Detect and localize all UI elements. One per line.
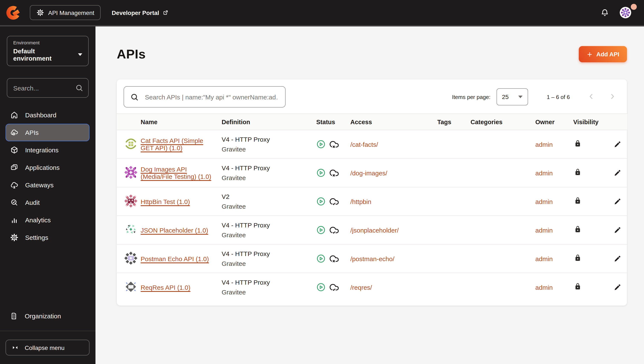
user-avatar-image xyxy=(620,7,631,18)
gravitee-logo[interactable] xyxy=(5,5,21,21)
presence-badge xyxy=(631,4,637,10)
notifications-button[interactable] xyxy=(598,5,612,20)
add-api-label: Add API xyxy=(596,51,619,58)
api-owner-link[interactable]: admin xyxy=(535,255,553,262)
product-switcher[interactable]: API Management xyxy=(30,5,100,20)
main-content: APIs Add API Ite xyxy=(96,27,644,364)
api-access-link[interactable]: /httpbin xyxy=(350,198,371,205)
api-provider: Gravitee xyxy=(222,145,310,153)
collapse-icon xyxy=(12,344,19,351)
sidebar-item-integrations[interactable]: Integrations xyxy=(6,141,90,159)
api-avatar xyxy=(124,194,138,208)
sidebar-nav: Dashboard APIs Integrations xyxy=(0,106,96,246)
sidebar-item-label: APIs xyxy=(25,129,38,136)
sidebar-item-dashboard[interactable]: Dashboard xyxy=(6,106,90,124)
portal-publication-icon xyxy=(329,139,339,149)
api-owner-link[interactable]: admin xyxy=(535,198,553,205)
chevron-down-icon xyxy=(78,53,82,56)
user-menu xyxy=(620,7,631,18)
collapse-menu-button[interactable]: Collapse menu xyxy=(6,340,90,355)
sidebar-item-settings[interactable]: Settings xyxy=(6,229,90,246)
sidebar: Environment Default environment xyxy=(0,27,96,364)
column-header-avatar xyxy=(117,114,137,130)
api-definition: V4 - HTTP Proxy xyxy=(222,164,310,171)
page-size-select[interactable]: 25 xyxy=(496,88,528,105)
search-check-icon xyxy=(10,198,19,207)
column-header-owner: Owner xyxy=(532,114,570,130)
api-categories xyxy=(467,273,532,301)
gear-icon xyxy=(10,233,19,242)
search-icon xyxy=(75,84,84,94)
api-name-link[interactable]: Postman Echo API (1.0) xyxy=(141,255,209,262)
environment-select[interactable]: Environment Default environment xyxy=(7,36,89,66)
environment-label: Environment xyxy=(13,40,82,45)
api-search-field xyxy=(124,86,286,108)
next-page-button[interactable] xyxy=(607,91,618,103)
api-owner-link[interactable]: admin xyxy=(535,226,553,234)
api-definition: V4 - HTTP Proxy xyxy=(222,279,310,286)
sidebar-item-gateways[interactable]: Gateways xyxy=(6,176,90,194)
pencil-icon xyxy=(613,168,622,177)
api-access-link[interactable]: /reqres/ xyxy=(350,284,372,291)
api-definition: V4 - HTTP Proxy xyxy=(222,136,310,143)
portal-publication-icon xyxy=(329,254,339,264)
api-owner-link[interactable]: admin xyxy=(535,284,553,291)
api-avatar xyxy=(124,222,138,237)
edit-api-button[interactable] xyxy=(611,196,623,207)
portal-published-icon xyxy=(329,196,339,207)
api-name-link[interactable]: JSON Placeholder (1.0) xyxy=(141,226,208,234)
table-row: JSON Placeholder (1.0) V4 - HTTP Proxy G… xyxy=(117,216,628,244)
organization-icon xyxy=(10,311,18,320)
sidebar-item-label: Analytics xyxy=(25,216,51,224)
api-access-link[interactable]: /jsonplaceholder/ xyxy=(350,226,399,234)
lock-icon xyxy=(573,225,582,234)
api-name-link[interactable]: Cat Facts API (Simple GET API) (1.0) xyxy=(141,137,203,151)
page-size-value: 25 xyxy=(502,93,509,100)
table-row: HttpBin Test (1.0) V2 Gravitee /httpbin … xyxy=(117,187,628,216)
user-avatar[interactable] xyxy=(620,7,631,18)
environment-value: Default environment xyxy=(13,47,74,62)
edit-api-button[interactable] xyxy=(611,224,623,236)
edit-api-button[interactable] xyxy=(611,281,623,293)
sidebar-item-analytics[interactable]: Analytics xyxy=(6,211,90,229)
sidebar-item-audit[interactable]: Audit xyxy=(6,194,90,211)
api-categories xyxy=(467,158,532,187)
sidebar-item-apis[interactable]: APIs xyxy=(6,124,90,141)
sidebar-item-applications[interactable]: Applications xyxy=(6,159,90,176)
lock-icon xyxy=(573,196,582,205)
developer-portal-link[interactable]: Developer Portal xyxy=(112,9,169,16)
api-provider: Gravitee xyxy=(222,288,310,296)
table-row: Postman Echo API (1.0) V4 - HTTP Proxy G… xyxy=(117,244,628,273)
api-started-icon xyxy=(316,168,326,177)
pencil-icon xyxy=(613,226,622,234)
api-started-icon xyxy=(316,139,326,149)
api-name-link[interactable]: ReqRes API (1.0) xyxy=(141,284,190,291)
edit-api-button[interactable] xyxy=(611,167,623,179)
column-header-visibility: Visibility xyxy=(570,114,608,130)
previous-page-button[interactable] xyxy=(586,91,596,103)
apis-table-card: Items per page: 25 1 – 6 of 6 xyxy=(117,79,627,305)
sidebar-item-label: Integrations xyxy=(25,146,58,154)
api-access-link[interactable]: /postman-echo/ xyxy=(350,255,394,262)
portal-publication-icon xyxy=(329,168,339,178)
api-search-input[interactable] xyxy=(144,93,279,101)
edit-api-button[interactable] xyxy=(611,253,623,265)
api-provider: Gravitee xyxy=(222,231,310,239)
api-started-icon xyxy=(316,282,326,292)
column-header-actions xyxy=(608,114,628,130)
cube-icon xyxy=(10,145,19,154)
edit-api-button[interactable] xyxy=(611,138,623,150)
api-name-link[interactable]: Dog Images API (Media/File Testing) (1.0… xyxy=(141,165,211,180)
add-api-button[interactable]: Add API xyxy=(579,46,627,62)
api-categories xyxy=(467,187,532,216)
api-access-link[interactable]: /dog-images/ xyxy=(350,169,387,176)
api-categories xyxy=(467,216,532,244)
sidebar-item-organization[interactable]: Organization xyxy=(0,307,96,325)
portal-publication-icon xyxy=(329,225,339,235)
api-owner-link[interactable]: admin xyxy=(535,141,553,148)
api-definition: V4 - HTTP Proxy xyxy=(222,222,310,229)
api-access-link[interactable]: /cat-facts/ xyxy=(350,141,378,148)
column-header-name: Name xyxy=(137,114,218,130)
api-name-link[interactable]: HttpBin Test (1.0) xyxy=(141,198,190,205)
api-owner-link[interactable]: admin xyxy=(535,169,553,176)
